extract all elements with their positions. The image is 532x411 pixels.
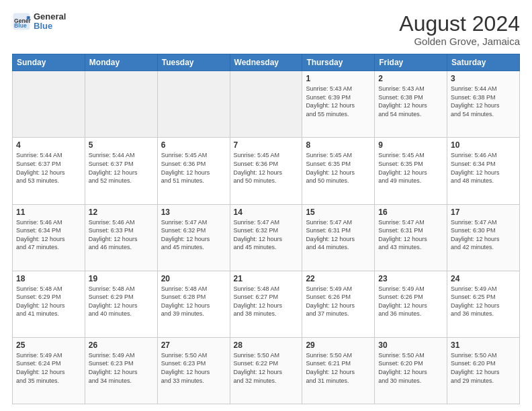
day-number: 14 [234, 208, 299, 217]
calendar-day: 29Sunrise: 5:50 AMSunset: 6:21 PMDayligh… [302, 337, 375, 404]
calendar-table: SundayMondayTuesdayWednesdayThursdayFrid… [12, 54, 520, 404]
day-number: 22 [306, 274, 371, 283]
calendar-day [85, 71, 157, 138]
day-info: Sunrise: 5:48 AMSunset: 6:29 PMDaylight:… [89, 285, 154, 318]
calendar-week-2: 4Sunrise: 5:44 AMSunset: 6:37 PMDaylight… [13, 138, 520, 204]
day-number: 31 [451, 340, 516, 350]
calendar-week-4: 18Sunrise: 5:48 AMSunset: 6:29 PMDayligh… [13, 271, 520, 337]
day-number: 18 [16, 274, 81, 283]
day-number: 16 [378, 208, 443, 217]
calendar-day: 1Sunrise: 5:43 AMSunset: 6:39 PMDaylight… [302, 71, 375, 138]
calendar-day: 2Sunrise: 5:43 AMSunset: 6:38 PMDaylight… [375, 71, 447, 138]
day-info: Sunrise: 5:50 AMSunset: 6:22 PMDaylight:… [234, 351, 299, 385]
calendar-week-3: 11Sunrise: 5:46 AMSunset: 6:34 PMDayligh… [13, 204, 520, 271]
day-number: 1 [306, 74, 371, 83]
day-info: Sunrise: 5:44 AMSunset: 6:37 PMDaylight:… [89, 151, 154, 185]
calendar-day: 17Sunrise: 5:47 AMSunset: 6:30 PMDayligh… [447, 204, 520, 271]
day-info: Sunrise: 5:46 AMSunset: 6:34 PMDaylight:… [451, 151, 516, 185]
day-info: Sunrise: 5:44 AMSunset: 6:38 PMDaylight:… [451, 85, 516, 118]
day-info: Sunrise: 5:48 AMSunset: 6:28 PMDaylight:… [161, 285, 226, 318]
logo-icon: General Blue [12, 12, 31, 31]
calendar-day: 16Sunrise: 5:47 AMSunset: 6:31 PMDayligh… [375, 204, 447, 271]
calendar-day: 5Sunrise: 5:44 AMSunset: 6:37 PMDaylight… [85, 138, 157, 204]
calendar-day: 22Sunrise: 5:49 AMSunset: 6:26 PMDayligh… [302, 271, 375, 337]
calendar-day [230, 71, 302, 138]
logo-text-general: General [34, 12, 66, 21]
day-number: 6 [161, 140, 226, 150]
calendar-day: 30Sunrise: 5:50 AMSunset: 6:20 PMDayligh… [375, 337, 447, 404]
logo: General Blue General Blue [12, 12, 66, 32]
day-info: Sunrise: 5:50 AMSunset: 6:21 PMDaylight:… [306, 351, 371, 385]
calendar-day: 9Sunrise: 5:45 AMSunset: 6:35 PMDaylight… [375, 138, 447, 204]
day-info: Sunrise: 5:50 AMSunset: 6:20 PMDaylight:… [378, 351, 443, 385]
calendar-day: 14Sunrise: 5:47 AMSunset: 6:32 PMDayligh… [230, 204, 302, 271]
day-info: Sunrise: 5:46 AMSunset: 6:33 PMDaylight:… [89, 218, 154, 252]
calendar-week-1: 1Sunrise: 5:43 AMSunset: 6:39 PMDaylight… [13, 71, 520, 138]
calendar-day: 13Sunrise: 5:47 AMSunset: 6:32 PMDayligh… [157, 204, 230, 271]
calendar-body: 1Sunrise: 5:43 AMSunset: 6:39 PMDaylight… [13, 71, 520, 404]
calendar-day: 11Sunrise: 5:46 AMSunset: 6:34 PMDayligh… [13, 204, 85, 271]
day-number: 20 [161, 274, 226, 283]
page-subtitle: Golden Grove, Jamaica [399, 36, 520, 47]
day-number: 15 [306, 208, 371, 217]
day-number: 17 [451, 208, 516, 217]
day-info: Sunrise: 5:47 AMSunset: 6:31 PMDaylight:… [378, 218, 443, 252]
day-info: Sunrise: 5:44 AMSunset: 6:37 PMDaylight:… [16, 151, 81, 185]
svg-text:Blue: Blue [14, 23, 27, 30]
day-number: 4 [16, 140, 81, 150]
day-info: Sunrise: 5:48 AMSunset: 6:29 PMDaylight:… [16, 285, 81, 318]
calendar-day: 27Sunrise: 5:50 AMSunset: 6:23 PMDayligh… [157, 337, 230, 404]
day-number: 9 [378, 140, 443, 150]
day-number: 11 [16, 208, 81, 217]
day-info: Sunrise: 5:46 AMSunset: 6:34 PMDaylight:… [16, 218, 81, 252]
calendar-day: 15Sunrise: 5:47 AMSunset: 6:31 PMDayligh… [302, 204, 375, 271]
day-number: 3 [451, 74, 516, 83]
day-info: Sunrise: 5:43 AMSunset: 6:39 PMDaylight:… [306, 85, 371, 118]
calendar-day: 12Sunrise: 5:46 AMSunset: 6:33 PMDayligh… [85, 204, 157, 271]
day-info: Sunrise: 5:47 AMSunset: 6:32 PMDaylight:… [234, 218, 299, 252]
day-number: 26 [89, 340, 154, 350]
day-info: Sunrise: 5:43 AMSunset: 6:38 PMDaylight:… [378, 85, 443, 118]
day-info: Sunrise: 5:49 AMSunset: 6:25 PMDaylight:… [451, 285, 516, 318]
day-info: Sunrise: 5:48 AMSunset: 6:27 PMDaylight:… [234, 285, 299, 318]
day-info: Sunrise: 5:45 AMSunset: 6:35 PMDaylight:… [378, 151, 443, 185]
calendar-header: SundayMondayTuesdayWednesdayThursdayFrid… [13, 54, 520, 71]
calendar-day: 26Sunrise: 5:49 AMSunset: 6:23 PMDayligh… [85, 337, 157, 404]
day-info: Sunrise: 5:47 AMSunset: 6:31 PMDaylight:… [306, 218, 371, 252]
day-number: 10 [451, 140, 516, 150]
weekday-header-wednesday: Wednesday [230, 54, 302, 71]
weekday-header-thursday: Thursday [302, 54, 375, 71]
day-info: Sunrise: 5:47 AMSunset: 6:30 PMDaylight:… [451, 218, 516, 252]
calendar-day [13, 71, 85, 138]
weekday-header-sunday: Sunday [13, 54, 85, 71]
day-number: 28 [234, 340, 299, 350]
day-number: 25 [16, 340, 81, 350]
weekday-header-row: SundayMondayTuesdayWednesdayThursdayFrid… [13, 54, 520, 71]
calendar-day: 3Sunrise: 5:44 AMSunset: 6:38 PMDaylight… [447, 71, 520, 138]
day-number: 29 [306, 340, 371, 350]
calendar-day: 28Sunrise: 5:50 AMSunset: 6:22 PMDayligh… [230, 337, 302, 404]
day-number: 2 [378, 74, 443, 83]
day-info: Sunrise: 5:50 AMSunset: 6:20 PMDaylight:… [451, 351, 516, 385]
header: General Blue General Blue August 2024 Go… [12, 12, 520, 47]
weekday-header-saturday: Saturday [447, 54, 520, 71]
day-number: 7 [234, 140, 299, 150]
day-number: 21 [234, 274, 299, 283]
day-info: Sunrise: 5:50 AMSunset: 6:23 PMDaylight:… [161, 351, 226, 385]
calendar-day: 7Sunrise: 5:45 AMSunset: 6:36 PMDaylight… [230, 138, 302, 204]
day-number: 12 [89, 208, 154, 217]
day-info: Sunrise: 5:45 AMSunset: 6:35 PMDaylight:… [306, 151, 371, 185]
day-number: 13 [161, 208, 226, 217]
day-info: Sunrise: 5:49 AMSunset: 6:26 PMDaylight:… [378, 285, 443, 318]
day-info: Sunrise: 5:49 AMSunset: 6:24 PMDaylight:… [16, 351, 81, 385]
calendar-day: 25Sunrise: 5:49 AMSunset: 6:24 PMDayligh… [13, 337, 85, 404]
calendar-day: 23Sunrise: 5:49 AMSunset: 6:26 PMDayligh… [375, 271, 447, 337]
weekday-header-friday: Friday [375, 54, 447, 71]
calendar-day: 8Sunrise: 5:45 AMSunset: 6:35 PMDaylight… [302, 138, 375, 204]
calendar-day: 10Sunrise: 5:46 AMSunset: 6:34 PMDayligh… [447, 138, 520, 204]
calendar-day: 18Sunrise: 5:48 AMSunset: 6:29 PMDayligh… [13, 271, 85, 337]
calendar-day: 21Sunrise: 5:48 AMSunset: 6:27 PMDayligh… [230, 271, 302, 337]
calendar-week-5: 25Sunrise: 5:49 AMSunset: 6:24 PMDayligh… [13, 337, 520, 404]
day-info: Sunrise: 5:49 AMSunset: 6:26 PMDaylight:… [306, 285, 371, 318]
day-info: Sunrise: 5:47 AMSunset: 6:32 PMDaylight:… [161, 218, 226, 252]
